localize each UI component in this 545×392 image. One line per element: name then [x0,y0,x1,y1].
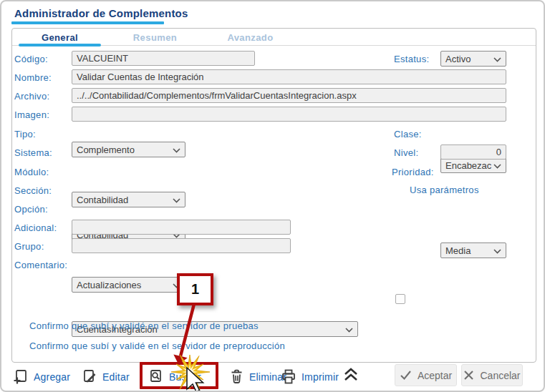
x-icon [463,370,474,381]
chevron-down-icon [173,198,180,203]
addin-manager-window: Administrador de Complementos General Re… [0,0,545,392]
double-chevron-up-icon [342,367,360,382]
confirm-preproduccion-label: Confirmo que subí y validé en el servido… [29,340,285,351]
imprimir-label: Imprimir [302,371,339,383]
agregar-label: Agregar [34,371,70,383]
tabstrip: General Resumen Avanzado [12,29,536,46]
confirm-pruebas-label: Confirmo que subí y validé en el servido… [29,320,259,331]
page-title: Administrador de Complementos [14,7,188,19]
eliminar-button[interactable]: Eliminar [229,368,286,385]
seccion-label: Sección: [14,185,52,196]
highlight-rectangle [140,362,218,389]
sistema-label: Sistema: [14,147,52,158]
add-document-icon [13,368,29,385]
estatus-label: Estatus: [394,54,429,64]
tab-avanzado[interactable]: Avanzado [203,29,298,45]
archivo-input[interactable]: ../../Contabilidad/Complementos/frmValid… [72,88,506,103]
tab-general[interactable]: General [12,29,107,45]
adicional-label: Adicional: [14,222,57,233]
comentario-label: Comentario: [14,260,67,270]
step-callout: 1 [177,273,213,305]
trash-icon [229,368,244,385]
chevron-down-icon [173,148,180,153]
title-accent-bar [11,21,164,24]
chevron-down-icon [493,249,501,254]
aceptar-label: Aceptar [418,370,452,381]
sistema-select[interactable]: Contabilidad [72,192,185,207]
aceptar-button[interactable]: Aceptar [395,364,457,386]
active-tab-indicator [19,44,101,46]
tab-avanzado-label: Avanzado [227,32,273,43]
codigo-label: Código: [14,54,48,64]
tab-resumen[interactable]: Resumen [107,29,203,45]
clase-label: Clase: [394,129,422,139]
clase-value: Encabezac [445,160,491,171]
seccion-value: Actualizaciones [77,280,141,290]
estatus-value: Activo [445,54,471,64]
nivel-input[interactable]: 0 [440,144,506,160]
usa-parametros-checkbox[interactable] [395,294,405,304]
tab-general-label: General [42,32,78,43]
step-number: 1 [191,281,199,298]
edit-document-icon [82,368,97,385]
nivel-label: Nivel: [394,147,418,158]
tab-resumen-label: Resumen [133,32,177,43]
chevron-down-icon [345,328,353,333]
archivo-label: Archivo: [14,91,49,102]
nombre-label: Nombre: [14,72,52,83]
chevron-down-icon [493,57,501,62]
cancelar-label: Cancelar [480,370,520,381]
cancelar-button[interactable]: Cancelar [461,364,523,386]
adicional-input[interactable] [72,220,291,235]
agregar-button[interactable]: Agregar [13,368,70,385]
nombre-input[interactable]: Validar Cuentas de Integración [72,69,506,84]
codigo-input[interactable]: VALCUEINT [72,51,255,66]
usa-parametros-label: Usa parámetros [410,185,479,195]
estatus-select[interactable]: Activo [440,51,506,67]
printer-icon [281,368,296,385]
tipo-value: Complemento [77,144,135,155]
editar-label: Editar [102,371,130,383]
imagen-label: Imagen: [14,109,49,120]
prioridad-select[interactable]: Media [440,242,506,258]
grupo-label: Grupo: [14,241,44,252]
opcion-label: Opción: [14,204,48,215]
imprimir-button[interactable]: Imprimir [281,368,339,385]
check-icon [400,370,412,381]
imagen-input[interactable] [72,107,506,122]
tipo-select[interactable]: Complemento [72,142,185,157]
sistema-value: Contabilidad [77,195,128,205]
collapse-toolbar-button[interactable] [342,367,360,382]
seccion-select[interactable]: Actualizaciones [72,277,185,293]
clase-select[interactable]: Encabezac [440,157,506,173]
prioridad-value: Media [445,245,471,256]
editar-button[interactable]: Editar [82,368,130,385]
tipo-label: Tipo: [14,129,36,139]
modulo-label: Módulo: [14,167,49,177]
chevron-down-icon [493,164,501,169]
grupo-input[interactable] [72,238,291,253]
prioridad-label: Prioridad: [392,167,434,177]
